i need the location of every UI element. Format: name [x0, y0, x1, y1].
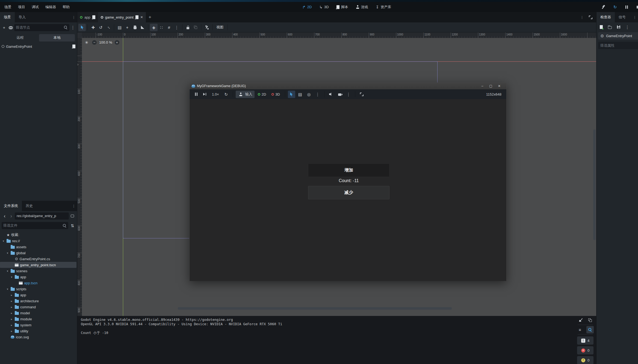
- search-output-button[interactable]: [586, 326, 594, 333]
- pan-tool[interactable]: [131, 24, 139, 31]
- list-select-mode-button[interactable]: ▤: [296, 91, 304, 98]
- embed-options-button[interactable]: [358, 91, 366, 98]
- lock-selected-button[interactable]: [184, 24, 192, 31]
- file-filter-input[interactable]: 筛选文件: [2, 222, 68, 229]
- ruler-tool[interactable]: [139, 24, 146, 31]
- tab-场景[interactable]: 场景: [0, 12, 15, 22]
- scene-filter-input[interactable]: 筛选节点: [14, 24, 69, 31]
- close-button[interactable]: ✕: [496, 84, 502, 88]
- file-tree-row-app.tscn[interactable]: app.tscn: [0, 280, 76, 286]
- view-menu[interactable]: 视图: [214, 24, 226, 31]
- camera-override-button[interactable]: [336, 91, 344, 98]
- resource-options-menu[interactable]: ⋮: [624, 24, 630, 30]
- tab-文件系统[interactable]: 文件系统: [0, 201, 22, 211]
- nav-forward-button[interactable]: ›: [8, 213, 14, 219]
- pivot-tool[interactable]: ⌖: [123, 24, 131, 31]
- picking-button[interactable]: ◎: [305, 91, 313, 98]
- file-tree-row-utility[interactable]: ▸utility: [0, 328, 76, 334]
- add-node-button[interactable]: +: [1, 25, 7, 31]
- tab-信号[interactable]: 信号: [615, 12, 630, 22]
- split-view-button[interactable]: [69, 213, 75, 219]
- close-tab-icon[interactable]: ✕: [140, 15, 143, 19]
- remote-button[interactable]: 远程: [2, 34, 38, 42]
- file-tree-row-assets[interactable]: assets: [0, 244, 76, 250]
- file-tree-row-icon.svg[interactable]: icon.svg: [0, 334, 76, 340]
- new-resource-button[interactable]: [598, 24, 604, 30]
- workspace-button-2D[interactable]: ↱2D: [300, 3, 314, 11]
- minimize-button[interactable]: –: [479, 84, 485, 88]
- tree-closed-arrow-icon[interactable]: ▸: [10, 324, 13, 327]
- stop-icon[interactable]: [634, 3, 638, 11]
- tab-检查器[interactable]: 检查器: [596, 12, 615, 22]
- tree-open-arrow-icon[interactable]: ▾: [6, 288, 9, 291]
- maximize-button[interactable]: ▢: [488, 84, 494, 88]
- pause-game-button[interactable]: [192, 91, 200, 98]
- local-button[interactable]: 本地: [39, 34, 75, 42]
- file-tree-row-res[interactable]: ▾res://: [0, 238, 76, 244]
- file-tree-row-command[interactable]: ▸command: [0, 304, 76, 310]
- tree-open-arrow-icon[interactable]: ▾: [6, 251, 9, 254]
- tree-open-arrow-icon[interactable]: ▾: [10, 276, 13, 279]
- group-selected-button[interactable]: [192, 24, 199, 31]
- nav-back-button[interactable]: ‹: [2, 213, 8, 219]
- select-options-menu[interactable]: ⋮: [314, 91, 321, 98]
- load-resource-button[interactable]: [607, 24, 613, 30]
- break-hammer-icon[interactable]: [600, 3, 607, 11]
- new-scene-tab-button[interactable]: +: [146, 12, 154, 22]
- select-tool[interactable]: [78, 24, 86, 31]
- zoom-in-button[interactable]: +: [115, 40, 119, 45]
- zoom-level-label[interactable]: 100.0 %: [99, 40, 112, 45]
- scene-tabs-menu[interactable]: ⋮: [579, 14, 585, 20]
- tree-closed-arrow-icon[interactable]: ▸: [10, 330, 13, 333]
- copy-output-button[interactable]: [587, 317, 593, 323]
- select-mode-button[interactable]: [288, 91, 295, 98]
- file-tree-row-GameEntryPoint.cs[interactable]: ⚙GameEntryPoint.cs: [0, 256, 76, 262]
- camera-options-menu[interactable]: ⋮: [345, 91, 352, 98]
- game-window-titlebar[interactable]: MyGFrameworkGame (DEBUG) – ▢ ✕: [190, 83, 506, 89]
- file-tree-row-system[interactable]: ▸system: [0, 322, 76, 328]
- increase-button[interactable]: 增加: [308, 164, 389, 177]
- tab-导入[interactable]: 导入: [15, 12, 29, 22]
- grid-toggle[interactable]: #: [165, 24, 173, 31]
- scene-tab-app[interactable]: app: [77, 12, 98, 22]
- file-tree-row-architecture[interactable]: ▸architecture: [0, 298, 76, 304]
- decrease-button[interactable]: 减少: [308, 186, 389, 199]
- workspace-button-脚本[interactable]: 脚本: [334, 3, 351, 11]
- vertical-scrollbar[interactable]: [593, 129, 596, 240]
- 2d-viewport[interactable]: ✳ − 100.0 % + MyGFrameworkGame (DEBUG) –…: [82, 38, 596, 317]
- tree-closed-arrow-icon[interactable]: ▸: [10, 300, 13, 303]
- scene-tree-root-row[interactable]: GameEntryPoint: [0, 43, 77, 50]
- file-tree-row-model[interactable]: ▸model: [0, 310, 76, 316]
- list-select-tool[interactable]: ▤: [116, 24, 123, 31]
- tab-options-menu[interactable]: ⋮: [70, 14, 77, 20]
- inspected-node-row[interactable]: ⚙ GameEntryPoint: [598, 32, 638, 40]
- file-tree-row-app[interactable]: ▾app: [0, 274, 76, 280]
- scene-tree-options-menu[interactable]: ⋮: [70, 25, 76, 31]
- file-tree-row-scenes[interactable]: ▾scenes: [0, 268, 76, 274]
- mode-2d-button[interactable]: 2D: [256, 91, 268, 98]
- errors-badge[interactable]: ✕0: [577, 346, 593, 354]
- mute-audio-button[interactable]: [327, 91, 335, 98]
- current-path-field[interactable]: res://global/game_entry_p: [15, 212, 69, 220]
- file-tree-row-module[interactable]: ▸module: [0, 316, 76, 322]
- tree-closed-arrow-icon[interactable]: ▸: [10, 312, 13, 315]
- workspace-button-游戏[interactable]: 游戏: [353, 3, 371, 11]
- next-frame-button[interactable]: [201, 91, 209, 98]
- skeleton-menu[interactable]: [203, 24, 211, 31]
- tree-open-arrow-icon[interactable]: ▾: [2, 239, 5, 242]
- tree-closed-arrow-icon[interactable]: ▸: [10, 294, 13, 297]
- save-resource-button[interactable]: [616, 24, 622, 30]
- pause-icon[interactable]: [623, 3, 630, 11]
- messages-badge[interactable]: !4: [577, 336, 593, 345]
- distraction-free-button[interactable]: [587, 14, 593, 20]
- tree-open-arrow-icon[interactable]: ▾: [6, 270, 9, 273]
- grid-snap-toggle[interactable]: ∷: [158, 24, 165, 31]
- script-icon[interactable]: [72, 45, 75, 48]
- tab-options-menu[interactable]: ⋮: [70, 203, 77, 209]
- sort-files-button[interactable]: ⇅: [69, 223, 75, 229]
- speed-label[interactable]: 1.0×: [210, 91, 221, 98]
- restart-game-button[interactable]: ↻: [222, 91, 230, 98]
- file-tree-row-game_entry_point.tscn[interactable]: game_entry_point.tscn: [0, 262, 76, 268]
- menu-item-帮助[interactable]: 帮助: [59, 3, 73, 11]
- reload-project-icon[interactable]: ↻: [611, 3, 619, 11]
